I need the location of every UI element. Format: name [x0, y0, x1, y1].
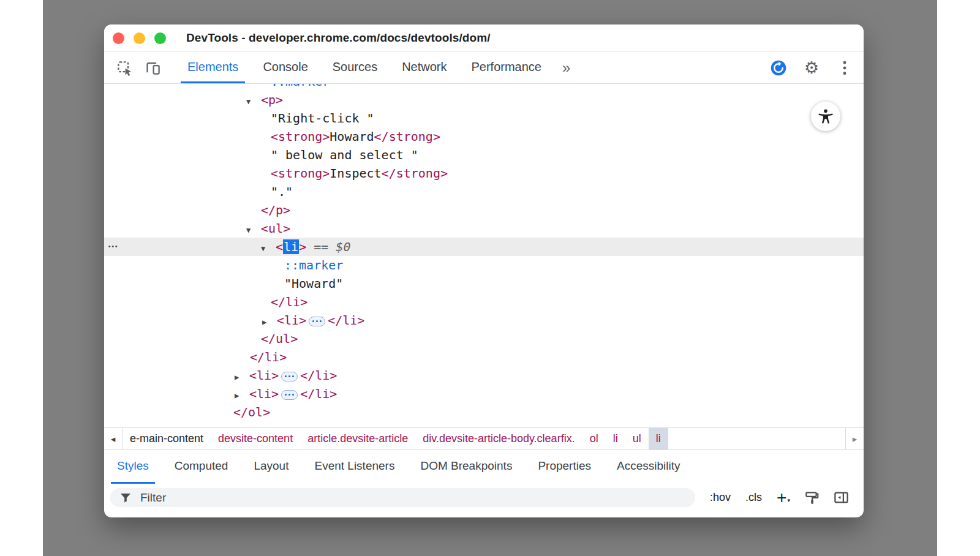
window-titlebar: DevTools - developer.chrome.com/docs/dev…	[104, 24, 864, 52]
collapse-arrow-icon[interactable]: ▼	[246, 221, 261, 239]
dom-tree-line[interactable]: <strong>Howard</strong>	[104, 127, 864, 146]
dom-tree-line[interactable]: <strong>Inspect</strong>	[104, 164, 864, 182]
collapse-arrow-icon[interactable]: ▼	[261, 239, 276, 258]
dom-tree-line[interactable]: ▶<li></li>	[104, 311, 864, 329]
tab-sources[interactable]: Sources	[326, 53, 384, 83]
dom-tree-line[interactable]: "."	[104, 182, 864, 201]
inspect-icon[interactable]	[115, 59, 134, 77]
devtools-toolbar: Elements Console Sources Network Perform…	[104, 53, 864, 84]
plus-caret-icon: ▾	[787, 497, 790, 503]
close-button[interactable]	[113, 32, 124, 44]
dom-tree-line[interactable]: •••▼<li> == $0	[104, 238, 864, 256]
tag-token: </strong>	[374, 129, 440, 144]
styles-filter-input[interactable]	[139, 490, 686, 505]
inline-expand-icon[interactable]	[281, 390, 298, 400]
tab-event-listeners[interactable]: Event Listeners	[308, 450, 401, 484]
breadcrumb-scroll-left-button[interactable]: ◂	[104, 428, 123, 449]
accessibility-person-icon	[817, 108, 834, 125]
tag-token: </li>	[250, 350, 287, 364]
dom-tree-line[interactable]: ▼<ul>	[104, 219, 864, 238]
breadcrumb-item[interactable]: e-main-content	[123, 428, 211, 449]
kebab-menu-icon[interactable]	[835, 59, 854, 77]
toolbar-left-icons	[115, 53, 162, 83]
tab-console[interactable]: Console	[256, 53, 314, 83]
breadcrumb-item[interactable]: li	[649, 428, 668, 449]
toggle-element-state-button[interactable]: :hov	[710, 491, 731, 504]
breadcrumb-list: e-main-contentdevsite-contentarticle.dev…	[123, 428, 845, 449]
breadcrumb-item[interactable]: devsite-content	[211, 428, 300, 449]
zoom-button[interactable]	[154, 32, 166, 44]
sync-badge-icon[interactable]	[769, 59, 788, 77]
sidebar-tabs: Styles Computed Layout Event Listeners D…	[104, 450, 864, 484]
text-token: "Howard"	[284, 276, 343, 291]
dom-tree-line[interactable]: ::marker	[104, 256, 864, 274]
tab-computed[interactable]: Computed	[168, 450, 235, 484]
accessibility-floating-button[interactable]	[811, 102, 840, 131]
inline-expand-icon[interactable]	[281, 372, 298, 381]
breadcrumb-item[interactable]: article.devsite-article	[300, 428, 415, 449]
tag-token: <strong>	[271, 129, 330, 144]
expand-arrow-icon[interactable]: ▶	[262, 313, 277, 331]
dom-tree-line[interactable]: ::marker	[104, 84, 864, 91]
tag-token: <strong>	[271, 166, 330, 181]
styles-filter[interactable]	[110, 488, 695, 507]
selected-tag-token: li	[283, 239, 299, 254]
dom-tree-line[interactable]: </ol>	[104, 403, 864, 421]
toolbar-right-icons: ⚙	[769, 53, 854, 83]
dom-tree: ::marker▼<p>"Right-click "<strong>Howard…	[104, 84, 864, 427]
tag-token: </ul>	[261, 331, 298, 346]
node-overflow-dots-icon[interactable]: •••	[108, 238, 119, 256]
breadcrumb-item[interactable]: ol	[582, 428, 606, 449]
pseudo-element-token: ::marker	[284, 258, 343, 272]
inline-expand-icon[interactable]	[309, 317, 325, 326]
dom-tree-line[interactable]: ▼<p>	[104, 91, 864, 109]
tag-token: >	[299, 239, 306, 254]
tab-accessibility[interactable]: Accessibility	[611, 450, 686, 484]
breadcrumb-item[interactable]: li	[606, 428, 625, 449]
text-token: Howard	[330, 129, 374, 144]
more-tabs-icon[interactable]: »	[559, 53, 574, 83]
paint-roller-icon[interactable]	[804, 490, 820, 506]
equals-token: ==	[306, 239, 336, 254]
tab-elements[interactable]: Elements	[181, 53, 245, 83]
screenshot-stage: DevTools - developer.chrome.com/docs/dev…	[0, 0, 980, 556]
dom-tree-line[interactable]: ▶<li></li>	[104, 385, 864, 403]
dom-tree-line[interactable]: </li>	[104, 293, 864, 311]
tab-dom-breakpoints[interactable]: DOM Breakpoints	[414, 450, 518, 484]
settings-gear-icon[interactable]: ⚙	[802, 59, 821, 77]
devtools-window: DevTools - developer.chrome.com/docs/dev…	[104, 24, 864, 517]
minimize-button[interactable]	[134, 32, 145, 44]
dollar-var-token: $0	[336, 239, 350, 254]
new-style-rule-button[interactable]: + ▾	[777, 491, 790, 505]
tag-token: <li>	[277, 313, 306, 328]
tab-properties[interactable]: Properties	[532, 450, 597, 484]
text-token: "."	[271, 184, 293, 199]
window-title: DevTools - developer.chrome.com/docs/dev…	[186, 31, 491, 45]
device-toolbar-icon[interactable]	[143, 59, 162, 77]
dom-tree-line[interactable]: </ul>	[104, 329, 864, 348]
tag-token: <ul>	[261, 221, 290, 236]
tab-performance[interactable]: Performance	[465, 53, 549, 83]
dom-tree-line[interactable]: </li>	[104, 348, 864, 366]
dom-tree-line[interactable]: "Right-click "	[104, 109, 864, 127]
filter-funnel-icon	[119, 492, 132, 504]
element-classes-button[interactable]: .cls	[745, 491, 762, 504]
breadcrumb-item[interactable]: div.devsite-article-body.clearfix.	[415, 428, 582, 449]
expand-arrow-icon[interactable]: ▶	[235, 368, 249, 386]
styles-toolbar: :hov .cls + ▾	[104, 484, 864, 511]
tag-token: </strong>	[382, 166, 448, 181]
dom-tree-line[interactable]: </p>	[104, 201, 864, 219]
tab-network[interactable]: Network	[395, 53, 453, 83]
tag-token: </p>	[261, 203, 290, 217]
expand-arrow-icon[interactable]: ▶	[235, 386, 249, 405]
dom-tree-line[interactable]: " below and select "	[104, 146, 864, 164]
dom-tree-line[interactable]: "Howard"	[104, 274, 864, 293]
collapse-arrow-icon[interactable]: ▼	[246, 92, 261, 111]
tab-styles[interactable]: Styles	[111, 450, 155, 484]
breadcrumb-item[interactable]: ul	[625, 428, 649, 449]
toggle-sidebar-icon[interactable]	[833, 489, 850, 506]
text-token: " below and select "	[271, 148, 418, 162]
tab-layout[interactable]: Layout	[247, 450, 295, 484]
breadcrumb-scroll-right-button[interactable]: ▸	[845, 428, 864, 449]
dom-tree-line[interactable]: ▶<li></li>	[104, 366, 864, 385]
